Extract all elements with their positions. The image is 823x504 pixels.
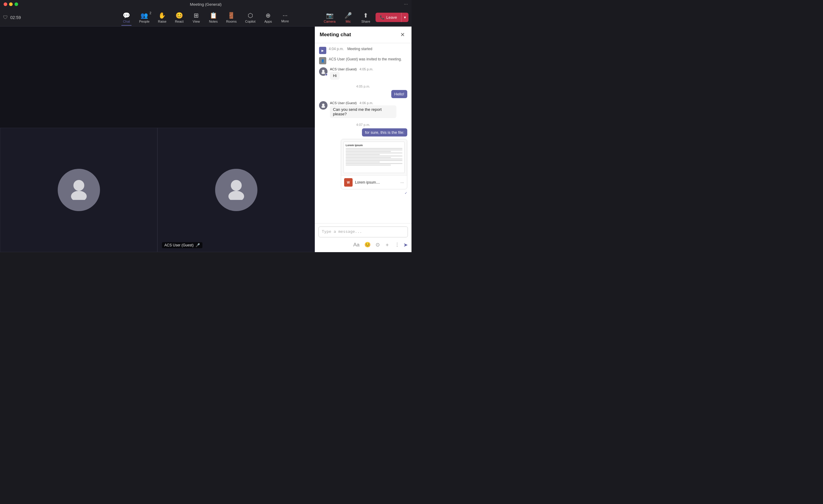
video-tile-2: ACS User (Guest) 🎤 (157, 128, 315, 252)
participant-name: ACS User (Guest) (164, 243, 194, 247)
nav-more[interactable]: ··· More (277, 11, 293, 24)
copilot-icon: ⬡ (248, 12, 253, 19)
nav-raise[interactable]: ✋ Raise (154, 11, 171, 24)
svg-point-6 (322, 103, 324, 106)
system-icon-video: ▶ (319, 47, 326, 54)
svg-point-7 (321, 106, 325, 108)
avatar-2-icon (224, 176, 249, 205)
people-badge: 2 (150, 11, 151, 15)
avatar-1-icon (67, 176, 91, 205)
toolbar: 🛡 02:59 💬 Chat 👥 People 2 ✋ Raise 😊 Reac… (0, 8, 412, 27)
share-button[interactable]: ⬆ Share (358, 11, 374, 24)
video-tile-1 (0, 128, 157, 252)
msg-hello-bubble: Hello! (391, 90, 407, 98)
preview-line-5 (346, 154, 380, 155)
mic-button[interactable]: 🎤 Mic (340, 11, 356, 24)
emoji-button[interactable]: 😊 (363, 241, 372, 249)
chat-close-button[interactable]: ✕ (398, 31, 407, 39)
view-icon: ⊞ (194, 12, 199, 19)
msg-hi: ACS User (Guest) 4:05 p.m. Hi (319, 67, 407, 80)
nav-people[interactable]: 👥 People 2 (135, 11, 154, 24)
rooms-icon: 🚪 (227, 12, 235, 19)
system-msg-invite: 👤 ACS User (Guest) was invited to the me… (319, 57, 407, 64)
msg-report-content: ACS User (Guest) 4:06 p.m. Can you send … (330, 101, 407, 118)
preview-line-7 (346, 157, 391, 158)
gif-button[interactable]: ⊙ (374, 241, 381, 249)
msg-timestamp-407: 4:07 p.m. (319, 123, 407, 127)
chat-input-toolbar: Aa 😊 ⊙ ＋ ⋮ ➤ (318, 240, 408, 249)
preview-line-3 (346, 151, 391, 152)
nav-view[interactable]: ⊞ View (188, 11, 205, 24)
file-type-icon: W (344, 178, 353, 187)
chat-input[interactable] (318, 227, 408, 237)
file-preview-title: Lorem ipsum (346, 144, 402, 147)
mute-icon: 🎤 (195, 243, 200, 247)
maximize-button[interactable] (14, 2, 18, 6)
msg-report-bubble: Can you send me the report please? (330, 105, 396, 118)
share-icon: ⬆ (363, 12, 368, 19)
video-area: ACS User (Guest) 🎤 (0, 27, 315, 252)
file-card[interactable]: Lorem ipsum (341, 139, 407, 189)
chat-input-area: Aa 😊 ⊙ ＋ ⋮ ➤ (315, 223, 412, 252)
nav-copilot[interactable]: ⬡ Copilot (241, 11, 260, 24)
chat-header: Meeting chat ✕ (315, 27, 412, 43)
video-top-space (0, 27, 315, 128)
participant-label: ACS User (Guest) 🎤 (162, 242, 202, 248)
nav-react[interactable]: 😊 React (171, 11, 188, 24)
msg-hi-bubble: Hi (330, 71, 340, 80)
file-more-button[interactable]: ··· (400, 180, 404, 185)
chat-panel-title: Meeting chat (320, 32, 351, 38)
preview-line-6 (346, 156, 402, 157)
notes-icon: 📋 (210, 12, 217, 19)
toolbar-center: 💬 Chat 👥 People 2 ✋ Raise 😊 React ⊞ View… (118, 11, 294, 24)
preview-line-4 (346, 153, 402, 154)
meeting-timer: 02:59 (10, 15, 21, 20)
chat-panel: Meeting chat ✕ ▶ 4:04 p.m. Meeting start… (315, 27, 412, 252)
chat-messages: ▶ 4:04 p.m. Meeting started 👤 ACS User (… (315, 43, 412, 223)
msg-hello-row: Hello! (319, 90, 407, 98)
preview-line-2 (346, 150, 402, 151)
more-icon: ··· (283, 12, 288, 19)
nav-apps[interactable]: ⊕ Apps (260, 11, 277, 24)
file-preview-inner: Lorem ipsum (343, 142, 404, 173)
title-menu-icon[interactable]: ··· (404, 2, 408, 7)
svg-point-0 (73, 180, 84, 191)
raise-icon: ✋ (158, 12, 166, 19)
msg-report-meta: ACS User (Guest) 4:06 p.m. (330, 101, 407, 105)
avatar-acs-2 (319, 101, 328, 109)
attach-button[interactable]: ＋ (383, 240, 391, 249)
camera-button[interactable]: 📷 Camera (321, 11, 338, 24)
msg-hi-meta: ACS User (Guest) 4:05 p.m. (330, 67, 407, 71)
nav-chat[interactable]: 💬 Chat (118, 11, 135, 24)
apps-icon: ⊕ (266, 12, 271, 19)
msg-forsure-row: for sure, this is the file: Lorem ipsum (319, 129, 407, 195)
shield-icon: 🛡 (3, 15, 8, 20)
close-button[interactable] (4, 2, 7, 6)
window-title: Meeting (General) (190, 2, 222, 7)
avatar-1 (58, 169, 100, 211)
nav-rooms[interactable]: 🚪 Rooms (222, 11, 241, 24)
toolbar-right: 📷 Camera 🎤 Mic ⬆ Share 📞 Leave ▾ (321, 11, 408, 24)
file-footer: W Lorem ipsum.... ··· (341, 176, 407, 189)
system-msg-time: 4:04 p.m. (329, 47, 345, 51)
camera-icon: 📷 (326, 12, 334, 19)
preview-line-12 (346, 165, 391, 166)
system-msg-started: ▶ 4:04 p.m. Meeting started (319, 47, 407, 54)
msg-report: ACS User (Guest) 4:06 p.m. Can you send … (319, 101, 407, 118)
avatar-acs (319, 67, 328, 76)
leave-group: 📞 Leave ▾ (375, 13, 408, 22)
preview-line-1 (346, 148, 402, 149)
format-text-button[interactable]: Aa (352, 241, 361, 249)
nav-notes[interactable]: 📋 Notes (205, 11, 222, 24)
toolbar-left: 🛡 02:59 (3, 15, 33, 20)
title-bar: Meeting (General) ··· (0, 0, 412, 8)
traffic-lights (4, 2, 18, 6)
online-dot (325, 73, 328, 76)
send-button[interactable]: ➤ (403, 242, 408, 248)
msg-hi-content: ACS User (Guest) 4:05 p.m. Hi (330, 67, 407, 80)
minimize-button[interactable] (9, 2, 13, 6)
leave-dropdown-button[interactable]: ▾ (401, 13, 408, 22)
leave-button[interactable]: 📞 Leave (375, 13, 401, 22)
video-bottom: ACS User (Guest) 🎤 (0, 128, 315, 252)
more-options-button[interactable]: ⋮ (393, 241, 401, 249)
